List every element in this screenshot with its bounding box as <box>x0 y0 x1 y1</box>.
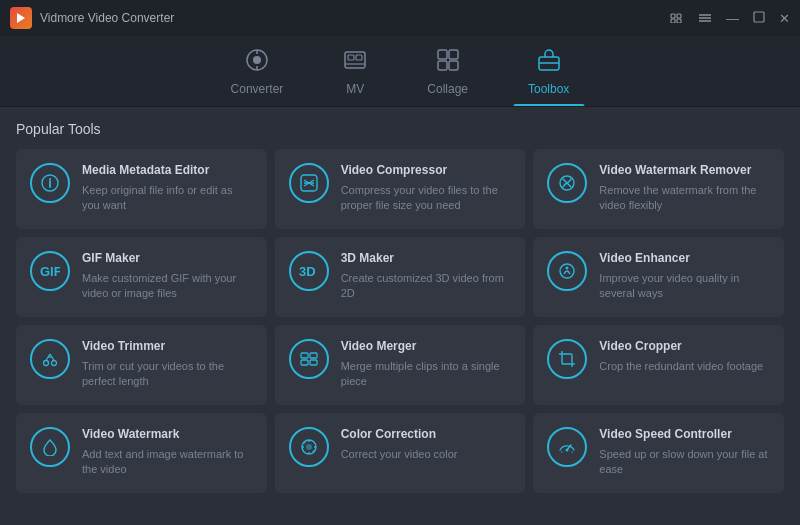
tool-info-video-watermark: Video Watermark Add text and image water… <box>82 427 253 477</box>
titlebar-restore-btn[interactable] <box>753 11 765 25</box>
svg-marker-0 <box>17 13 25 23</box>
tool-desc-video-trimmer: Trim or cut your videos to the perfect l… <box>82 359 253 390</box>
tool-icon-video-compressor <box>289 163 329 203</box>
tool-card-speed-controller[interactable]: Video Speed Controller Speed up or slow … <box>533 413 784 493</box>
tab-mv[interactable]: MV <box>313 42 397 106</box>
svg-text:GIF: GIF <box>40 264 60 278</box>
titlebar: Vidmore Video Converter — ✕ <box>0 0 800 36</box>
tool-name-watermark-remover: Video Watermark Remover <box>599 163 770 179</box>
tool-name-media-metadata: Media Metadata Editor <box>82 163 253 179</box>
svg-point-54 <box>306 444 312 450</box>
mv-icon <box>343 48 367 78</box>
tool-info-color-correction: Color Correction Correct your video colo… <box>341 427 458 462</box>
app-logo <box>10 7 32 29</box>
tool-name-video-watermark: Video Watermark <box>82 427 253 443</box>
svg-rect-19 <box>438 61 447 70</box>
tool-desc-media-metadata: Keep original file info or edit as you w… <box>82 183 253 214</box>
tool-name-gif-maker: GIF Maker <box>82 251 253 267</box>
svg-line-53 <box>312 451 313 452</box>
svg-point-33 <box>44 361 49 366</box>
section-title: Popular Tools <box>16 121 784 137</box>
titlebar-minimize-btn[interactable]: — <box>726 12 739 25</box>
tool-desc-gif-maker: Make customized GIF with your video or i… <box>82 271 253 302</box>
tool-icon-video-watermark <box>30 427 70 467</box>
tool-info-video-cropper: Video Cropper Crop the redundant video f… <box>599 339 763 374</box>
tool-name-3d-maker: 3D Maker <box>341 251 512 267</box>
tool-desc-3d-maker: Create customized 3D video from 2D <box>341 271 512 302</box>
tool-name-speed-controller: Video Speed Controller <box>599 427 770 443</box>
app-title: Vidmore Video Converter <box>40 11 174 25</box>
tool-card-watermark-remover[interactable]: Video Watermark Remover Remove the water… <box>533 149 784 229</box>
svg-rect-14 <box>348 55 354 60</box>
tool-info-gif-maker: GIF Maker Make customized GIF with your … <box>82 251 253 301</box>
tool-icon-watermark-remover <box>547 163 587 203</box>
tool-icon-3d-maker: 3D <box>289 251 329 291</box>
svg-rect-18 <box>449 50 458 59</box>
tool-info-watermark-remover: Video Watermark Remover Remove the water… <box>599 163 770 213</box>
svg-rect-39 <box>310 353 317 358</box>
tool-icon-gif-maker: GIF <box>30 251 70 291</box>
tool-name-video-enhancer: Video Enhancer <box>599 251 770 267</box>
tool-card-media-metadata[interactable]: Media Metadata Editor Keep original file… <box>16 149 267 229</box>
tool-icon-video-merger <box>289 339 329 379</box>
tool-info-video-enhancer: Video Enhancer Improve your video qualit… <box>599 251 770 301</box>
titlebar-left: Vidmore Video Converter <box>10 7 174 29</box>
svg-rect-4 <box>677 19 681 23</box>
tool-name-video-compressor: Video Compressor <box>341 163 512 179</box>
tool-name-video-trimmer: Video Trimmer <box>82 339 253 355</box>
tool-info-video-trimmer: Video Trimmer Trim or cut your videos to… <box>82 339 253 389</box>
tab-collage-label: Collage <box>427 82 468 96</box>
nav-tabs: Converter MV Collage <box>0 36 800 107</box>
tool-icon-color-correction <box>289 427 329 467</box>
svg-rect-17 <box>438 50 447 59</box>
tab-converter[interactable]: Converter <box>201 42 314 106</box>
tool-name-video-cropper: Video Cropper <box>599 339 763 355</box>
tool-desc-video-enhancer: Improve your video quality in several wa… <box>599 271 770 302</box>
tool-card-video-enhancer[interactable]: Video Enhancer Improve your video qualit… <box>533 237 784 317</box>
tool-icon-speed-controller <box>547 427 587 467</box>
svg-rect-15 <box>356 55 362 60</box>
svg-rect-1 <box>671 14 675 18</box>
tool-info-media-metadata: Media Metadata Editor Keep original file… <box>82 163 253 213</box>
tool-card-video-cropper[interactable]: Video Cropper Crop the redundant video f… <box>533 325 784 405</box>
main-content: Popular Tools Media Metadata Editor Keep… <box>0 107 800 525</box>
tools-grid: Media Metadata Editor Keep original file… <box>16 149 784 493</box>
toolbox-icon <box>537 48 561 78</box>
tool-card-video-trimmer[interactable]: Video Trimmer Trim or cut your videos to… <box>16 325 267 405</box>
collage-icon <box>436 48 460 78</box>
svg-point-25 <box>49 178 51 180</box>
tool-card-video-merger[interactable]: Video Merger Merge multiple clips into a… <box>275 325 526 405</box>
tool-card-gif-maker[interactable]: GIF GIF Maker Make customized GIF with y… <box>16 237 267 317</box>
svg-rect-8 <box>754 12 764 22</box>
tab-toolbox[interactable]: Toolbox <box>498 42 599 106</box>
tool-card-video-watermark[interactable]: Video Watermark Add text and image water… <box>16 413 267 493</box>
minimize-btn[interactable] <box>670 12 684 25</box>
svg-point-56 <box>566 449 569 452</box>
svg-point-34 <box>52 361 57 366</box>
svg-line-52 <box>304 442 305 443</box>
tool-info-speed-controller: Video Speed Controller Speed up or slow … <box>599 427 770 477</box>
tool-desc-video-merger: Merge multiple clips into a single piece <box>341 359 512 390</box>
tool-icon-media-metadata <box>30 163 70 203</box>
tool-desc-video-watermark: Add text and image watermark to the vide… <box>82 447 253 478</box>
svg-rect-3 <box>671 19 675 23</box>
menu-btn[interactable] <box>698 12 712 25</box>
tool-info-video-merger: Video Merger Merge multiple clips into a… <box>341 339 512 389</box>
svg-point-10 <box>253 56 261 64</box>
svg-rect-38 <box>301 353 308 358</box>
svg-rect-2 <box>677 14 681 18</box>
titlebar-controls: — ✕ <box>670 11 790 25</box>
svg-point-32 <box>566 267 569 270</box>
tool-info-video-compressor: Video Compressor Compress your video fil… <box>341 163 512 213</box>
tool-info-3d-maker: 3D Maker Create customized 3D video from… <box>341 251 512 301</box>
tool-icon-video-trimmer <box>30 339 70 379</box>
tool-icon-video-enhancer <box>547 251 587 291</box>
tool-card-color-correction[interactable]: Color Correction Correct your video colo… <box>275 413 526 493</box>
tool-card-video-compressor[interactable]: Video Compressor Compress your video fil… <box>275 149 526 229</box>
tab-toolbox-label: Toolbox <box>528 82 569 96</box>
tab-collage[interactable]: Collage <box>397 42 498 106</box>
tool-card-3d-maker[interactable]: 3D 3D Maker Create customized 3D video f… <box>275 237 526 317</box>
tool-icon-video-cropper <box>547 339 587 379</box>
titlebar-close-btn[interactable]: ✕ <box>779 12 790 25</box>
tool-desc-speed-controller: Speed up or slow down your file at ease <box>599 447 770 478</box>
